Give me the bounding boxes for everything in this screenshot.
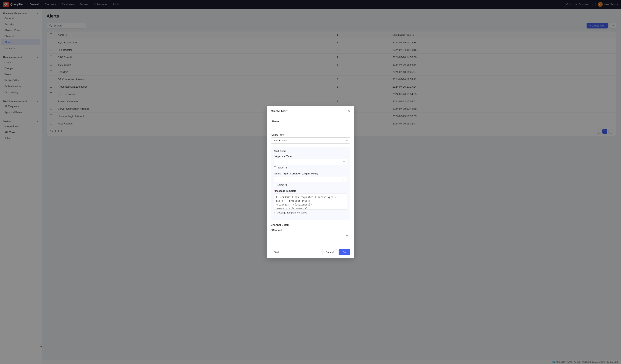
channel-detail-title: Channel Detail — [271, 224, 350, 226]
form-group-alert-type: * Alert Type New Request — [271, 133, 350, 144]
trigger-condition-select[interactable] — [274, 176, 347, 182]
modal-overlay[interactable]: Create Alert ✕ * Name * Alert Type New R… — [0, 0, 621, 364]
required-star-6: * — [271, 229, 272, 232]
modal-title: Create Alert — [271, 109, 287, 113]
modal-close-button[interactable]: ✕ — [347, 109, 350, 113]
name-label: * Name — [271, 120, 350, 123]
footer-right-buttons: Cancel OK — [322, 249, 350, 255]
template-vars-toggle[interactable]: ▶ Message Template Variables — [274, 211, 347, 214]
message-template-label: * Message Template — [274, 190, 347, 192]
required-star: * — [271, 120, 272, 123]
trigger-condition-select-all-row: Select All — [274, 184, 347, 186]
required-star-5: * — [274, 190, 275, 192]
ok-button[interactable]: OK — [339, 249, 350, 255]
approval-type-select-all-label: Select All — [277, 166, 287, 169]
create-alert-modal: Create Alert ✕ * Name * Alert Type New R… — [267, 106, 354, 258]
chevron-right-icon: ▶ — [274, 212, 275, 214]
channel-select[interactable] — [271, 233, 350, 239]
approval-type-select-all-row: Select All — [274, 166, 347, 169]
test-button[interactable]: Test — [271, 249, 282, 255]
channel-detail-section: Channel Detail * Channel — [271, 224, 350, 239]
trigger-condition-select-all-label: Select All — [277, 184, 287, 186]
trigger-condition-select-all-checkbox[interactable] — [274, 184, 276, 186]
form-group-channel: * Channel — [271, 229, 350, 239]
alert-type-select[interactable]: New Request — [271, 138, 350, 144]
cancel-button[interactable]: Cancel — [322, 249, 337, 255]
modal-body: * Name * Alert Type New Request Alert De… — [267, 116, 354, 246]
form-group-message-template: * Message Template {{userName}} has requ… — [274, 190, 347, 214]
approval-type-label: * Approval Type — [274, 155, 347, 158]
alert-detail-title: Alert Detail — [274, 150, 347, 153]
name-input[interactable] — [271, 124, 350, 130]
approval-type-select[interactable] — [274, 159, 347, 165]
form-group-name: * Name — [271, 120, 350, 130]
required-star-4: * — [274, 172, 275, 175]
approval-type-select-all-checkbox[interactable] — [274, 166, 276, 169]
alert-type-label: * Alert Type — [271, 133, 350, 136]
required-star-3: * — [274, 155, 275, 158]
form-group-approval-type: * Approval Type Select All — [274, 155, 347, 169]
modal-footer: Test Cancel OK — [267, 246, 354, 258]
message-template-textarea[interactable]: {{userName}} has requested {{accessType}… — [274, 193, 347, 209]
trigger-condition-label: * Alert Trigger Condition (Urgent Mode) — [274, 172, 347, 175]
channel-label: * Channel — [271, 229, 350, 232]
modal-header: Create Alert ✕ — [267, 106, 354, 116]
alert-detail-section: Alert Detail * Approval Type Select All — [271, 147, 350, 220]
form-group-trigger-condition: * Alert Trigger Condition (Urgent Mode) … — [274, 172, 347, 186]
template-vars-label: Message Template Variables — [276, 211, 307, 214]
required-star-2: * — [271, 133, 272, 136]
